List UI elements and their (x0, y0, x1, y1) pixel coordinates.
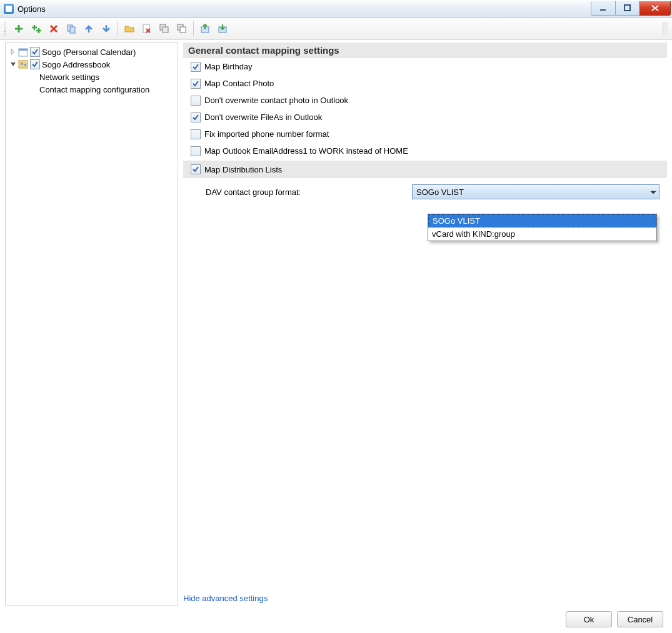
chevron-down-icon (650, 187, 656, 197)
svg-rect-1 (624, 5, 630, 11)
tree-item-addressbook[interactable]: Sogo Addressbook (6, 58, 178, 71)
profile-tree[interactable]: Sogo (Personal Calendar) Sogo Addressboo… (5, 42, 178, 606)
tree-item-label: Sogo Addressbook (42, 60, 110, 69)
svg-rect-3 (70, 27, 75, 33)
window-controls (591, 1, 671, 15)
section-title: General contact mapping settings (183, 42, 667, 58)
delete-profile-button[interactable] (139, 21, 154, 36)
checkbox-map-photo[interactable]: Map Contact Photo (183, 75, 667, 92)
group-format-label: DAV contact group format: (206, 187, 412, 197)
plus-multi-icon (31, 24, 41, 34)
checkbox-email-work[interactable]: Map Outlook EmailAddress1 to WORK instea… (183, 142, 667, 159)
window-title: Options (18, 4, 46, 14)
tree-checkbox[interactable] (30, 47, 40, 57)
combo-value: SOGo VLIST (416, 187, 464, 197)
minimize-button[interactable] (591, 1, 616, 16)
arrow-up-icon (84, 24, 94, 34)
maximize-icon (624, 4, 631, 12)
folder-icon (124, 24, 134, 34)
checkbox-label: Map Distribution Lists (204, 165, 282, 174)
tree-item-calendar[interactable]: Sogo (Personal Calendar) (6, 46, 178, 58)
checkbox-distribution-lists[interactable]: Map Distribution Lists (183, 161, 667, 178)
options-window: Options (0, 0, 672, 633)
hide-advanced-link[interactable]: Hide advanced settings (183, 594, 268, 603)
minimize-icon (599, 4, 607, 12)
open-folder-button[interactable] (122, 21, 137, 36)
import-button[interactable] (215, 21, 230, 36)
x-icon (49, 24, 59, 34)
contacts-icon (18, 59, 28, 69)
move-up-button[interactable] (81, 21, 96, 36)
checkbox-label: Map Birthday (204, 62, 253, 71)
settings-panel: General contact mapping settings Map Bir… (183, 42, 667, 606)
copy-icon (66, 24, 76, 34)
checkbox[interactable] (191, 146, 201, 156)
body: Sogo (Personal Calendar) Sogo Addressboo… (0, 40, 672, 606)
group-format-combo[interactable]: SOGo VLIST (412, 184, 659, 199)
checkbox-no-overwrite-fileas[interactable]: Don't overwrite FileAs in Outlook (183, 109, 667, 126)
tree-item-label: Network settings (39, 72, 99, 82)
move-down-button[interactable] (99, 21, 114, 36)
export-button[interactable] (198, 21, 213, 36)
svg-point-14 (21, 62, 23, 65)
checkbox[interactable] (191, 164, 201, 174)
toolbar-grip (4, 22, 6, 36)
svg-rect-0 (600, 9, 606, 11)
toolbar-separator-2 (193, 21, 194, 36)
tree-item-network-settings[interactable]: Network settings (6, 71, 178, 83)
export-icon (200, 24, 210, 34)
checkbox[interactable] (191, 62, 201, 72)
tree-checkbox[interactable] (30, 59, 40, 69)
svg-rect-13 (19, 61, 28, 68)
group-format-row: DAV contact group format: SOGo VLIST (183, 178, 667, 199)
ok-button[interactable]: Ok (566, 611, 612, 627)
maximize-button[interactable] (615, 1, 640, 16)
add-multi-button[interactable] (29, 21, 44, 36)
svg-rect-8 (180, 27, 186, 32)
svg-rect-12 (19, 49, 28, 51)
tree-item-contact-mapping[interactable]: Contact mapping configuration (6, 83, 178, 96)
page-x-icon (142, 24, 152, 34)
expand-icon (177, 24, 187, 34)
plus-icon (14, 24, 24, 34)
checkbox[interactable] (191, 129, 201, 139)
checkbox-no-overwrite-photo[interactable]: Don't overwrite contact photo in Outlook (183, 92, 667, 109)
checkbox-map-birthday[interactable]: Map Birthday (183, 58, 667, 75)
checkbox[interactable] (191, 96, 201, 106)
delete-button[interactable] (46, 21, 61, 36)
collapse-icon (159, 24, 169, 34)
copy-button[interactable] (64, 21, 79, 36)
tree-item-label: Contact mapping configuration (39, 85, 149, 94)
close-button[interactable] (639, 1, 671, 16)
titlebar: Options (0, 0, 672, 18)
checkbox[interactable] (191, 79, 201, 89)
calendar-icon (18, 47, 28, 57)
dialog-footer: Ok Cancel (0, 606, 672, 633)
expand-all-button[interactable] (174, 21, 189, 36)
import-icon (218, 24, 228, 34)
close-icon (651, 4, 659, 12)
expand-arrow[interactable] (9, 48, 17, 56)
arrow-down-icon (101, 24, 111, 34)
toolbar-overflow[interactable] (663, 22, 668, 36)
collapse-arrow[interactable] (9, 61, 17, 68)
dropdown-option[interactable]: SOGo VLIST (428, 214, 656, 227)
tree-item-label: Sogo (Personal Calendar) (42, 47, 136, 57)
collapse-all-button[interactable] (157, 21, 172, 36)
checkbox-label: Don't overwrite contact photo in Outlook (204, 96, 348, 105)
checkbox[interactable] (191, 112, 201, 122)
toolbar-separator (118, 21, 118, 36)
checkbox-fix-phone-format[interactable]: Fix imported phone number format (183, 126, 667, 142)
checkbox-label: Fix imported phone number format (204, 129, 329, 139)
svg-rect-6 (163, 27, 168, 32)
add-button[interactable] (11, 21, 26, 36)
toolbar (0, 18, 672, 40)
svg-point-15 (24, 64, 26, 66)
group-format-dropdown[interactable]: SOGo VLIST vCard with KIND:group (428, 214, 657, 241)
checkbox-label: Map Outlook EmailAddress1 to WORK instea… (204, 146, 408, 156)
app-icon (4, 4, 14, 14)
checkbox-label: Map Contact Photo (204, 79, 274, 88)
dropdown-option[interactable]: vCard with KIND:group (428, 227, 656, 241)
cancel-button[interactable]: Cancel (617, 611, 663, 627)
checkbox-label: Don't overwrite FileAs in Outlook (204, 112, 322, 122)
